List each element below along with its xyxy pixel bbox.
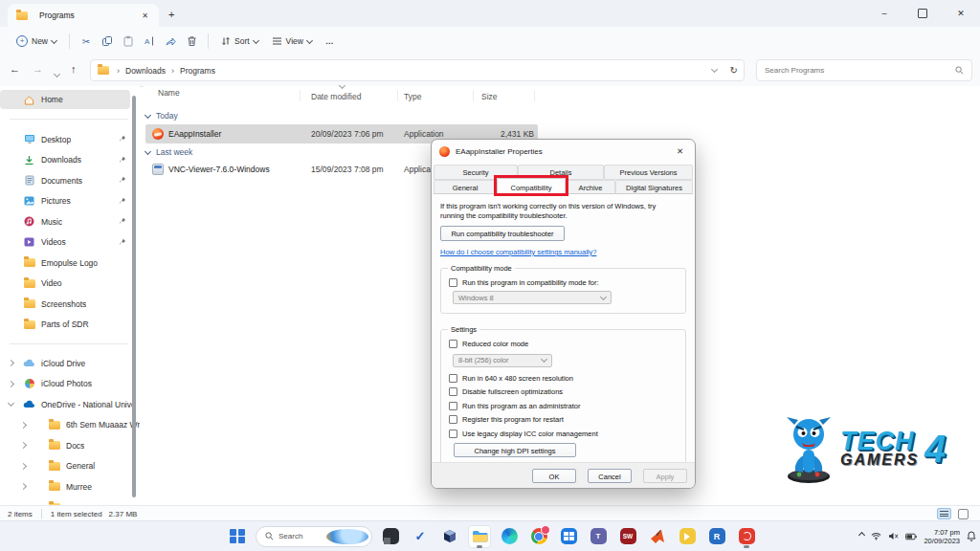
chevron-down-icon[interactable] bbox=[8, 400, 14, 407]
sidebar-item-video[interactable]: Video bbox=[0, 274, 140, 295]
sidebar-scrollbar[interactable] bbox=[132, 96, 136, 497]
option-fullscreen-checkbox[interactable] bbox=[449, 387, 457, 396]
sort-button[interactable]: Sort bbox=[214, 33, 265, 50]
back-button[interactable]: ← bbox=[10, 63, 20, 75]
chevron-right-icon[interactable] bbox=[20, 442, 27, 449]
new-button[interactable]: + New bbox=[10, 32, 63, 51]
ok-button[interactable]: OK bbox=[532, 469, 576, 483]
taskbar-edge[interactable] bbox=[498, 525, 521, 548]
compatibility-help-link[interactable]: How do I choose compatibility settings m… bbox=[440, 248, 596, 256]
sidebar-item-downloads[interactable]: Downloads bbox=[0, 150, 140, 171]
details-view-toggle[interactable] bbox=[937, 508, 951, 519]
sidebar-item-pictures[interactable]: Pictures bbox=[0, 191, 140, 212]
cancel-button[interactable]: Cancel bbox=[588, 469, 632, 483]
taskbar-todo[interactable]: ✓ bbox=[409, 525, 432, 548]
option-icc-checkbox[interactable] bbox=[449, 430, 457, 438]
sidebar-item-onedrive[interactable]: OneDrive - National Unive bbox=[0, 394, 140, 415]
sidebar-item-icloud-photos[interactable]: iCloud Photos bbox=[0, 374, 140, 395]
sidebar-item-music[interactable]: Music bbox=[0, 211, 140, 232]
rename-button[interactable]: A bbox=[139, 31, 160, 52]
window-close-button[interactable]: ✕ bbox=[942, 0, 980, 27]
delete-button[interactable] bbox=[181, 31, 202, 52]
column-header-date[interactable]: Date modified bbox=[311, 92, 361, 101]
sidebar-item-docs[interactable]: Docs bbox=[0, 435, 140, 456]
chevron-right-icon[interactable] bbox=[20, 421, 27, 428]
taskbar-app-dark[interactable] bbox=[379, 525, 402, 548]
chevron-right-icon[interactable] bbox=[8, 380, 14, 386]
column-header-name[interactable]: Name bbox=[158, 88, 180, 98]
new-tab-button[interactable]: + bbox=[168, 8, 174, 21]
taskbar-yellow-app[interactable] bbox=[676, 525, 699, 548]
tab-general[interactable]: General bbox=[434, 180, 497, 194]
group-header-today[interactable]: Today bbox=[145, 111, 178, 121]
share-button[interactable] bbox=[160, 31, 181, 52]
tray-chevron-up-icon[interactable] bbox=[859, 535, 864, 538]
tab-compatibility[interactable]: Compatibility bbox=[497, 178, 566, 194]
taskbar-r-app[interactable]: R bbox=[705, 525, 728, 548]
explorer-tab-programs[interactable]: Programs ✕ bbox=[8, 4, 159, 27]
taskbar-matlab[interactable] bbox=[646, 525, 669, 548]
column-header-size[interactable]: Size bbox=[481, 92, 498, 101]
sidebar-item-general[interactable]: General bbox=[0, 456, 140, 477]
tray-clock[interactable]: 7:07 pm 20/09/2023 bbox=[924, 528, 960, 545]
sidebar-item-screenshots[interactable]: Screenshots bbox=[0, 294, 140, 315]
breadcrumb[interactable]: › Downloads › Programs ↻ bbox=[90, 59, 745, 81]
breadcrumb-downloads[interactable]: Downloads bbox=[125, 66, 166, 76]
option-restart-row[interactable]: Register this program for restart bbox=[449, 415, 678, 424]
taskbar-solidworks[interactable]: SW bbox=[616, 525, 639, 548]
refresh-button[interactable]: ↻ bbox=[730, 65, 738, 76]
search-input[interactable] bbox=[757, 65, 955, 76]
sidebar-item-desktop[interactable]: Desktop bbox=[0, 129, 140, 150]
reduced-color-checkbox-row[interactable]: Reduced color mode bbox=[449, 340, 678, 348]
icons-view-toggle[interactable] bbox=[958, 509, 969, 519]
color-depth-dropdown[interactable]: 8-bit (256) color bbox=[453, 354, 552, 367]
tab-close-icon[interactable]: ✕ bbox=[139, 11, 151, 21]
window-minimize-button[interactable]: – bbox=[865, 0, 903, 27]
taskbar-virtualbox[interactable] bbox=[438, 525, 461, 548]
option-icc-row[interactable]: Use legacy display ICC color management bbox=[449, 430, 678, 438]
tab-previous-versions[interactable]: Previous Versions bbox=[604, 165, 693, 180]
chevron-right-icon[interactable] bbox=[20, 462, 27, 469]
option-640x480-row[interactable]: Run in 640 x 480 screen resolution bbox=[449, 374, 678, 383]
view-button[interactable]: View bbox=[265, 33, 319, 50]
option-admin-checkbox[interactable] bbox=[449, 402, 457, 410]
sidebar-item-6th-sem[interactable]: 6th Sem Muaaaz Writ bbox=[0, 415, 140, 436]
reduced-color-checkbox[interactable] bbox=[449, 340, 457, 348]
compatibility-os-dropdown[interactable]: Windows 8 bbox=[453, 291, 612, 304]
dialog-close-button[interactable]: ✕ bbox=[673, 144, 687, 158]
paste-button[interactable] bbox=[118, 31, 139, 52]
sidebar-item-videos[interactable]: Videos bbox=[0, 232, 140, 253]
option-fullscreen-row[interactable]: Disable fullscreen optimizations bbox=[449, 387, 678, 396]
cut-button[interactable]: ✂ bbox=[76, 31, 97, 52]
taskbar-search[interactable]: Search bbox=[256, 526, 372, 547]
dialog-titlebar[interactable]: EAappInstaller Properties ✕ bbox=[432, 140, 695, 163]
group-header-last-week[interactable]: Last week bbox=[145, 147, 192, 157]
wifi-icon[interactable] bbox=[871, 532, 881, 540]
sidebar-item-home[interactable]: Home bbox=[0, 90, 130, 109]
notification-bell-icon[interactable] bbox=[967, 531, 976, 541]
change-high-dpi-button[interactable]: Change high DPI settings bbox=[454, 443, 576, 457]
sidebar-item-icloud-drive[interactable]: iCloud Drive bbox=[0, 353, 140, 374]
option-640x480-checkbox[interactable] bbox=[449, 374, 457, 383]
taskbar-store[interactable] bbox=[557, 525, 580, 548]
battery-icon[interactable] bbox=[905, 533, 917, 540]
sidebar-item-documents[interactable]: Documents bbox=[0, 170, 140, 191]
volume-muted-icon[interactable] bbox=[888, 532, 899, 540]
taskbar-file-explorer[interactable] bbox=[468, 525, 491, 548]
tab-digital-signatures[interactable]: Digital Signatures bbox=[615, 180, 693, 194]
column-header-type[interactable]: Type bbox=[404, 92, 421, 101]
recent-locations-button[interactable] bbox=[55, 67, 59, 78]
option-admin-row[interactable]: Run this program as an administrator bbox=[449, 402, 678, 410]
address-dropdown-icon[interactable] bbox=[711, 66, 718, 73]
compatibility-mode-checkbox-row[interactable]: Run this program in compatibility mode f… bbox=[449, 278, 678, 287]
start-button[interactable] bbox=[226, 525, 249, 548]
chevron-right-icon[interactable] bbox=[20, 483, 27, 490]
apply-button[interactable]: Apply bbox=[643, 469, 687, 483]
breadcrumb-programs[interactable]: Programs bbox=[180, 66, 215, 76]
tab-archive[interactable]: Archive bbox=[566, 180, 615, 194]
option-restart-checkbox[interactable] bbox=[449, 415, 457, 424]
sidebar-item-emopulse-logo[interactable]: Emopulse Logo bbox=[0, 253, 140, 274]
chevron-right-icon[interactable] bbox=[8, 360, 14, 366]
run-compatibility-troubleshooter-button[interactable]: Run compatibility troubleshooter bbox=[440, 226, 565, 241]
sidebar-item-murree[interactable]: Murree bbox=[0, 476, 140, 497]
